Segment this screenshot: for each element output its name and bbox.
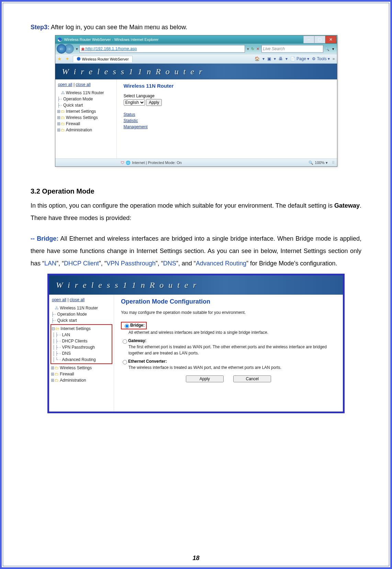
ethconv-radio[interactable] xyxy=(123,360,127,364)
feeds-icon[interactable]: ▣ xyxy=(267,56,271,61)
tree2-wireless[interactable]: Wireless Settings xyxy=(60,365,92,370)
cancel-button[interactable]: Cancel xyxy=(233,375,271,382)
search-input[interactable]: Live Search xyxy=(261,45,323,53)
browser-tab[interactable]: Wireless Router WebServer xyxy=(73,56,133,62)
tree2-vpn[interactable]: VPN Passthrough xyxy=(62,345,95,350)
tree2-dhcp[interactable]: DHCP Clients xyxy=(62,339,88,343)
favorites-icon[interactable]: ★ xyxy=(57,56,62,62)
tree-quick[interactable]: Quick start xyxy=(63,103,83,108)
page-icon: ▫ xyxy=(59,351,61,356)
tree-root[interactable]: Wireless 11N Router xyxy=(66,90,104,95)
option-bridge: Bridge: All ethernet and wireless interf… xyxy=(121,322,336,336)
bridge-radio[interactable] xyxy=(125,324,129,328)
option-gateway: Gateway: The first ethernet port is trea… xyxy=(121,338,336,356)
back-button[interactable]: ← xyxy=(57,44,66,54)
tree2-dns[interactable]: DNS xyxy=(62,351,71,356)
tree2-firewall[interactable]: Firewall xyxy=(60,372,74,376)
opmode-heading: Operation Mode Configuration xyxy=(121,298,336,305)
lang-select[interactable]: English xyxy=(124,99,145,106)
banner-text-2: W i r e l e s s 1 1 n R o u t e r xyxy=(56,281,198,290)
gateway-opt-label: Gateway: xyxy=(128,338,146,343)
tree-wireless[interactable]: Wireless Settings xyxy=(66,115,98,120)
page-icon: ▫ xyxy=(59,332,61,337)
bridge-opt-desc: All ethernet and wireless interfaces are… xyxy=(128,329,336,336)
page-icon: ▫ xyxy=(55,312,56,317)
router-icon: 🖧 xyxy=(55,306,59,310)
tree-admin[interactable]: Administration xyxy=(66,128,92,132)
url-input[interactable]: ◉ http://192.168.1.1/home.asp xyxy=(79,45,245,53)
nav-tree-2: open all | close all 🖧 Wireless 11N Rout… xyxy=(49,295,114,412)
open-all-link[interactable]: open all xyxy=(58,82,72,87)
search-go-icon[interactable]: 🔍 xyxy=(325,47,329,51)
tab-title: Wireless Router WebServer xyxy=(82,57,129,61)
ethconv-opt-desc: The wireless interface is treated as WAN… xyxy=(128,364,336,371)
internet-zone-icon: 🌐 xyxy=(126,161,131,165)
status-link[interactable]: Status xyxy=(124,111,330,118)
zoom-icon[interactable]: 🔍 xyxy=(309,161,313,165)
page-number: 18 xyxy=(3,555,389,562)
print-icon[interactable]: 🖶 xyxy=(279,56,283,61)
close-all-link-2[interactable]: close all xyxy=(70,297,85,302)
add-favorite-icon[interactable]: ✦ xyxy=(65,56,69,62)
url-text: http://192.168.1.1/home.asp xyxy=(86,46,137,51)
section-paragraph-2: -- Bridge: All Ethernet and wireless int… xyxy=(31,232,361,270)
banner-text: W i r e l e s s 1 1 n R o u t e r xyxy=(62,67,204,76)
folder-icon: 🗀 xyxy=(55,372,59,376)
page-icon: ▫ xyxy=(61,103,62,108)
gateway-opt-desc: The first ethernet port is treated as WA… xyxy=(128,344,336,356)
step3-text: After log in, you can see the Main menu … xyxy=(49,24,187,31)
tab-bar: ★ ✦ Wireless Router WebServer 🏠▾ ▣▾ 🖶▾ 📄… xyxy=(55,54,337,64)
lang-label: Select Language xyxy=(124,94,330,98)
tree2-internet[interactable]: Internet Settings xyxy=(60,326,90,331)
folder-icon: 🗀 xyxy=(55,365,59,370)
option-ethernet-converter: Ethernet Converter: The wireless interfa… xyxy=(121,359,336,371)
router-icon: 🖧 xyxy=(61,90,65,95)
tree2-opmode[interactable]: Operation Mode xyxy=(57,312,87,317)
tree-internet[interactable]: Internet Settings xyxy=(66,109,96,114)
apply-button[interactable]: Apply xyxy=(146,99,162,106)
refresh-icon[interactable]: ↻ xyxy=(251,47,254,51)
page-menu[interactable]: 📄 Page ▾ xyxy=(290,56,310,61)
tree2-root[interactable]: Wireless 11N Router xyxy=(60,306,98,310)
address-bar: ← → ▾ ◉ http://192.168.1.1/home.asp ▾ ↻ … xyxy=(55,44,337,54)
tree2-lan[interactable]: LAN xyxy=(62,332,70,337)
management-link[interactable]: Management xyxy=(124,124,330,130)
router-banner: W i r e l e s s 1 1 n R o u t e r xyxy=(55,64,337,79)
tree-opmode[interactable]: Operation Mode xyxy=(63,97,93,101)
ie-page-icon xyxy=(77,57,81,62)
tree2-adv[interactable]: Advanced Routing xyxy=(62,357,96,362)
close-button[interactable]: ✕ xyxy=(325,36,336,43)
tree2-admin[interactable]: Administration xyxy=(60,378,86,383)
main-pane: Wireless 11N Router Select Language Engl… xyxy=(117,79,337,158)
folder-open-icon: 🗁 xyxy=(55,326,59,331)
folder-icon: 🗀 xyxy=(61,115,65,120)
option-bridge-highlight: Bridge: xyxy=(121,322,147,329)
tree2-quick[interactable]: Quick start xyxy=(57,318,77,323)
router-banner-2: W i r e l e s s 1 1 n R o u t e r xyxy=(49,275,343,295)
nav-tree: open all | close all 🖧 Wireless 11N Rout… xyxy=(55,79,117,158)
close-all-link[interactable]: close all xyxy=(76,82,90,87)
ethconv-opt-label: Ethernet Converter: xyxy=(128,359,167,364)
screenshot-main-menu: Wireless Router WebServer - Windows Inte… xyxy=(55,35,337,167)
tools-menu[interactable]: ⚙ Tools ▾ xyxy=(312,56,329,61)
bridge-label: -- Bridge: xyxy=(31,235,58,242)
opmode-desc: You may configure the operation mode sui… xyxy=(121,310,336,315)
minimize-button[interactable]: – xyxy=(303,36,314,43)
section-paragraph-1: In this option, you can configure the op… xyxy=(31,199,361,224)
gateway-radio[interactable] xyxy=(123,339,127,344)
zoom-value: 100% xyxy=(315,161,324,165)
window-title: Wireless Router WebServer - Windows Inte… xyxy=(64,37,159,42)
maximize-button[interactable]: ▢ xyxy=(314,36,325,43)
stop-icon[interactable]: ✕ xyxy=(256,47,259,51)
step3-line: Step3: After log in, you can see the Mai… xyxy=(31,24,361,31)
folder-icon: 🗀 xyxy=(61,121,65,126)
folder-icon: 🗀 xyxy=(55,378,59,383)
tree-firewall[interactable]: Firewall xyxy=(66,121,80,126)
statistic-link[interactable]: Statistic xyxy=(124,118,330,124)
apply-button-2[interactable]: Apply xyxy=(186,375,224,382)
home-icon[interactable]: 🏠 xyxy=(255,56,260,61)
tree-section-highlight: ⊟🗁 Internet Settings │├▫ LAN │├▫ DHCP Cl… xyxy=(51,324,112,364)
step3-label: Step3: xyxy=(31,24,49,31)
folder-icon: 🗀 xyxy=(61,109,65,114)
open-all-link-2[interactable]: open all xyxy=(52,297,66,302)
